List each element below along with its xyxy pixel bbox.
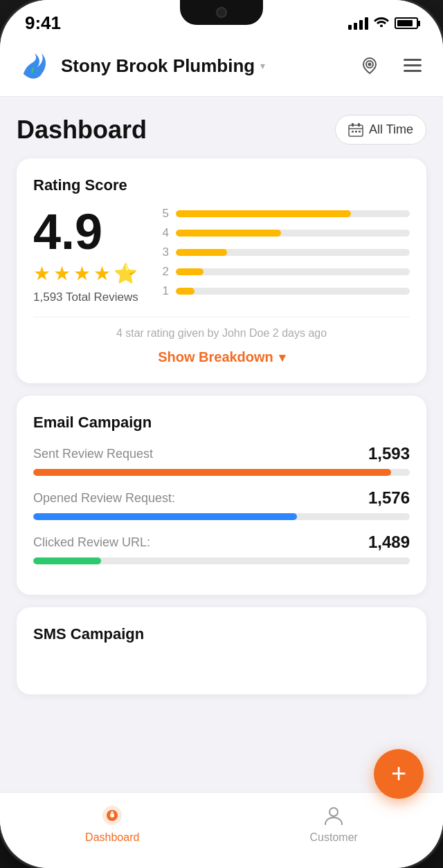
star-4: ★ [93,262,111,285]
bar-label: 2 [158,265,169,279]
campaign-row-header: Opened Review Request: 1,576 [33,488,410,508]
bar-fill [176,249,227,256]
rating-left: 4.9 ★ ★ ★ ★ ⭐ 1,593 Total Reviews [33,207,138,304]
rating-content: 4.9 ★ ★ ★ ★ ⭐ 1,593 Total Reviews 5 [33,207,410,304]
rating-bar-row: 3 [158,246,410,259]
bar-fill [176,288,195,295]
campaign-value: 1,593 [368,444,410,463]
notch [180,0,263,25]
campaign-row-header: Clicked Review URL: 1,489 [33,533,410,552]
tab-dashboard[interactable]: Dashboard [69,798,156,849]
bar-label: 4 [158,226,169,240]
rating-bar-row: 4 [158,226,410,240]
star-5: ⭐ [114,262,138,285]
progress-track [33,513,410,520]
signal-icon [348,17,368,30]
dashboard-icon [100,804,124,827]
rating-bar-row: 5 [158,207,410,221]
big-score: 4.9 [33,207,138,257]
svg-rect-9 [352,131,354,133]
email-campaign-title: Email Campaign [33,414,410,432]
bar-fill [176,210,352,217]
bar-label: 1 [158,284,169,298]
svg-rect-11 [359,131,361,133]
time-filter-label: All Time [369,122,413,137]
svg-rect-2 [404,59,422,61]
campaign-label: Opened Review Request: [33,491,175,506]
bar-track [176,249,410,256]
svg-point-1 [368,63,372,66]
bar-track [176,210,410,217]
wifi-icon [374,16,389,30]
bar-label: 5 [158,207,169,221]
campaign-row: Sent Review Request 1,593 [33,444,410,476]
campaign-label: Sent Review Request [33,447,153,461]
stars-row: ★ ★ ★ ★ ⭐ [33,262,138,285]
fab-add-button[interactable]: + [374,749,424,799]
bar-label: 3 [158,246,169,259]
brand-logo [17,48,53,84]
status-time: 9:41 [25,12,61,34]
customer-icon [322,804,345,827]
battery-icon [395,17,418,29]
email-campaign-card: Email Campaign Sent Review Request 1,593… [17,396,426,595]
progress-track [33,557,410,564]
last-review-text: 4 star rating given by John Doe 2 days a… [116,327,327,340]
phone-screen: 9:41 [0,0,443,868]
bar-track [176,288,410,295]
bar-track [176,268,410,275]
sms-campaign-card: SMS Campaign [17,607,426,694]
location-button[interactable] [356,52,383,80]
campaign-label: Clicked Review URL: [33,535,150,550]
show-breakdown-button[interactable]: Show Breakdown ▾ [158,349,285,365]
campaign-row: Clicked Review URL: 1,489 [33,533,410,564]
progress-track [33,469,410,476]
brand-name-container[interactable]: Stony Brook Plumbing ▾ [61,55,347,77]
main-content: Dashboard All Time Rating Sco [0,97,443,827]
show-breakdown-label: Show Breakdown [158,349,273,365]
campaign-row: Opened Review Request: 1,576 [33,488,410,520]
progress-fill [33,557,101,564]
rating-footer: 4 star rating given by John Doe 2 days a… [33,317,410,365]
svg-rect-7 [352,123,354,127]
fab-plus-icon: + [391,760,406,786]
campaign-row-header: Sent Review Request 1,593 [33,444,410,463]
tab-customer[interactable]: Customer [293,798,374,849]
campaign-value: 1,576 [368,488,410,508]
bar-track [176,230,410,237]
svg-point-15 [329,808,338,816]
bar-fill [176,230,281,237]
brand-dropdown-arrow[interactable]: ▾ [260,60,265,71]
star-1: ★ [33,262,51,285]
star-3: ★ [73,262,91,285]
svg-rect-10 [355,131,357,133]
rating-bar-row: 2 [158,265,410,279]
progress-fill [33,513,297,520]
breakdown-chevron-icon: ▾ [279,350,285,365]
time-filter-button[interactable]: All Time [335,115,426,145]
dashboard-header: Dashboard All Time [17,115,426,145]
phone-frame: 9:41 [0,0,443,868]
rating-bar-row: 1 [158,284,410,298]
svg-rect-4 [404,70,422,72]
rating-card-title: Rating Score [33,176,410,194]
rating-score-card: Rating Score 4.9 ★ ★ ★ ★ ⭐ 1,593 Total R… [17,158,426,383]
campaign-rows: Sent Review Request 1,593 Opened Review … [33,444,410,564]
bar-fill [176,268,204,275]
menu-button[interactable] [399,52,426,80]
rating-bars: 5 4 3 2 1 [158,207,410,304]
brand-name: Stony Brook Plumbing [61,55,255,77]
nav-icons [356,52,426,80]
camera [216,7,227,18]
campaign-value: 1,489 [368,533,410,552]
status-icons [348,16,418,30]
sms-campaign-title: SMS Campaign [33,625,410,643]
svg-rect-8 [358,123,360,127]
bottom-nav: Dashboard Customer [0,792,443,868]
tab-customer-label: Customer [310,831,358,844]
page-title: Dashboard [17,116,147,145]
total-reviews: 1,593 Total Reviews [33,290,138,304]
progress-fill [33,469,391,476]
svg-rect-3 [404,64,422,66]
top-nav: Stony Brook Plumbing ▾ [0,41,443,97]
